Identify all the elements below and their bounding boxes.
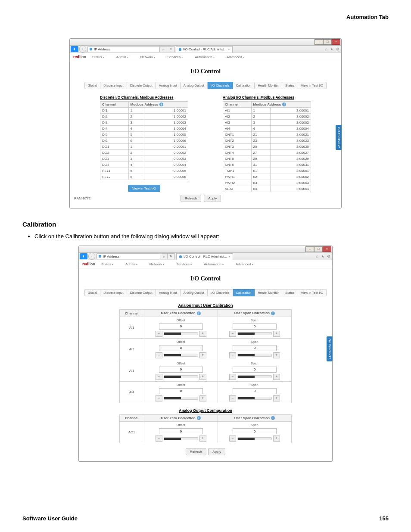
tab-close-icon[interactable]: × xyxy=(228,47,230,51)
menu-item[interactable]: Services ▾ xyxy=(176,262,192,266)
info-icon[interactable]: i xyxy=(271,311,275,315)
slider-track[interactable] xyxy=(164,437,198,440)
subtab-status[interactable]: Status xyxy=(282,82,298,89)
feedback-tab[interactable]: Get Feedback? xyxy=(327,336,333,361)
subtab-i-o-channels[interactable]: I/O Channels xyxy=(208,82,233,89)
decrement-button[interactable]: − xyxy=(156,374,162,380)
decrement-button[interactable]: − xyxy=(229,331,236,337)
menu-item[interactable]: Status ▾ xyxy=(101,262,113,266)
subtab-health-monitor[interactable]: Health Monitor xyxy=(255,82,282,89)
subtab-discrete-input[interactable]: Discrete Input xyxy=(100,289,127,296)
subtab-global[interactable]: Global xyxy=(84,82,101,89)
minimize-button[interactable]: – xyxy=(305,246,314,252)
increment-button[interactable]: + xyxy=(273,395,280,401)
apply-button[interactable]: Apply xyxy=(208,448,225,455)
close-button[interactable]: × xyxy=(323,246,331,252)
nav-back-button[interactable] xyxy=(71,46,78,52)
increment-button[interactable]: + xyxy=(273,374,280,380)
info-icon[interactable]: i xyxy=(197,416,201,420)
refresh-button[interactable]: Refresh xyxy=(181,195,201,202)
subtab-analog-input[interactable]: Analog Input xyxy=(156,289,181,296)
subtab-health-monitor[interactable]: Health Monitor xyxy=(255,289,282,296)
cal-value-input[interactable] xyxy=(233,367,277,373)
info-icon[interactable]: i xyxy=(197,311,201,315)
increment-button[interactable]: + xyxy=(199,436,206,442)
slider-track[interactable] xyxy=(237,397,272,400)
decrement-button[interactable]: − xyxy=(229,395,236,401)
slider-track[interactable] xyxy=(237,375,272,378)
feedback-tab[interactable]: Get Feedback? xyxy=(336,125,342,150)
slider-track[interactable] xyxy=(237,354,272,357)
cal-value-input[interactable] xyxy=(233,324,277,330)
menu-item[interactable]: Services ▾ xyxy=(167,55,183,59)
tools-icon[interactable]: ⚙ xyxy=(327,254,330,258)
slider-track[interactable] xyxy=(237,332,272,335)
decrement-button[interactable]: − xyxy=(156,395,162,401)
refresh-icon[interactable]: ↻ xyxy=(168,253,175,259)
slider-track[interactable] xyxy=(237,437,272,440)
nav-back-button[interactable] xyxy=(80,253,87,259)
menu-item[interactable]: Network ▾ xyxy=(149,262,165,266)
cal-value-input[interactable] xyxy=(233,345,277,351)
increment-button[interactable]: + xyxy=(273,436,280,442)
cal-value-input[interactable] xyxy=(159,324,203,330)
increment-button[interactable]: + xyxy=(273,352,280,358)
subtab-discrete-output[interactable]: Discrete Output xyxy=(127,82,156,89)
favorites-icon[interactable]: ★ xyxy=(321,254,324,258)
cal-value-input[interactable] xyxy=(159,428,203,434)
decrement-button[interactable]: − xyxy=(229,352,236,358)
maximize-button[interactable]: □ xyxy=(323,39,332,45)
increment-button[interactable]: + xyxy=(199,374,206,380)
slider-track[interactable] xyxy=(164,354,198,357)
subtab-discrete-input[interactable]: Discrete Input xyxy=(100,82,127,89)
menu-item[interactable]: Admin ▾ xyxy=(125,262,137,266)
decrement-button[interactable]: − xyxy=(156,331,162,337)
close-button[interactable]: × xyxy=(332,39,340,45)
nav-forward-button[interactable]: › xyxy=(88,253,95,260)
minimize-button[interactable]: – xyxy=(314,39,323,45)
increment-button[interactable]: + xyxy=(273,331,280,337)
decrement-button[interactable]: − xyxy=(229,374,236,380)
subtab-analog-output[interactable]: Analog Output xyxy=(181,289,208,296)
address-field[interactable]: IP Address xyxy=(97,253,160,259)
nav-forward-button[interactable]: › xyxy=(79,46,86,53)
subtab-global[interactable]: Global xyxy=(84,289,101,296)
menu-item[interactable]: Status ▾ xyxy=(92,55,104,59)
tab-close-icon[interactable]: × xyxy=(228,255,230,258)
subtab-view-in-test-i-o[interactable]: View in Test I/O xyxy=(298,289,327,296)
maximize-button[interactable]: □ xyxy=(314,246,323,252)
info-icon[interactable]: i xyxy=(159,103,163,106)
search-icon[interactable]: ⌕ xyxy=(160,46,167,52)
tools-icon[interactable]: ⚙ xyxy=(336,47,339,51)
increment-button[interactable]: + xyxy=(199,395,206,401)
menu-item[interactable]: Admin ▾ xyxy=(116,55,128,59)
address-field[interactable]: IP Address xyxy=(87,46,160,52)
home-icon[interactable]: ⌂ xyxy=(316,254,318,258)
menu-item[interactable]: Advanced ▾ xyxy=(236,262,253,266)
slider-track[interactable] xyxy=(164,375,198,378)
subtab-analog-input[interactable]: Analog Input xyxy=(156,82,181,89)
increment-button[interactable]: + xyxy=(199,352,206,358)
info-icon[interactable]: i xyxy=(282,103,286,106)
refresh-button[interactable]: Refresh xyxy=(186,448,206,455)
view-in-test-io-button[interactable]: View in Test I/O xyxy=(128,185,160,192)
slider-track[interactable] xyxy=(164,332,198,335)
decrement-button[interactable]: − xyxy=(229,436,236,442)
menu-item[interactable]: Advanced ▾ xyxy=(227,55,244,59)
subtab-status[interactable]: Status xyxy=(282,289,298,296)
subtab-calibration[interactable]: Calibration xyxy=(233,289,255,296)
cal-value-input[interactable] xyxy=(233,428,277,434)
menu-item[interactable]: Automation ▾ xyxy=(195,55,215,59)
slider-track[interactable] xyxy=(164,397,198,400)
subtab-calibration[interactable]: Calibration xyxy=(233,82,255,89)
cal-value-input[interactable] xyxy=(233,388,277,394)
browser-tab[interactable]: I/O Control - RLC Administ... × xyxy=(176,46,233,53)
decrement-button[interactable]: − xyxy=(156,352,162,358)
cal-value-input[interactable] xyxy=(159,345,203,351)
menu-item[interactable]: Automation ▾ xyxy=(204,262,224,266)
subtab-discrete-output[interactable]: Discrete Output xyxy=(127,289,156,296)
home-icon[interactable]: ⌂ xyxy=(325,47,327,51)
info-icon[interactable]: i xyxy=(271,416,275,420)
subtab-analog-output[interactable]: Analog Output xyxy=(181,82,208,89)
refresh-icon[interactable]: ↻ xyxy=(167,46,174,52)
